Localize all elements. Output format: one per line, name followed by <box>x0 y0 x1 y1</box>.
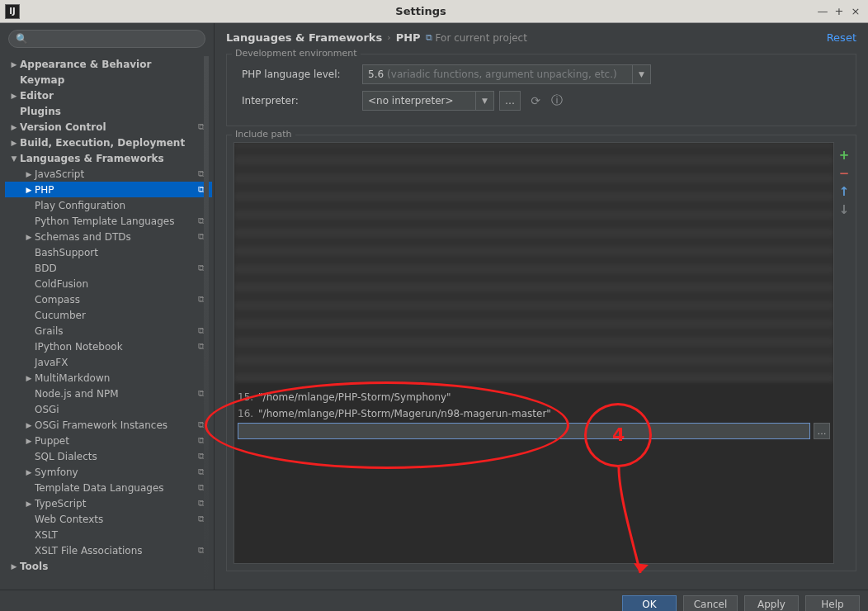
tree-item[interactable]: SQL Dialects⧉ <box>5 448 212 464</box>
tree-item[interactable]: Grails⧉ <box>5 323 212 339</box>
add-icon[interactable]: + <box>837 149 851 162</box>
apply-button[interactable]: Apply <box>744 595 799 612</box>
disclosure-icon: ▶ <box>23 500 35 508</box>
interpreter-label: Interpreter: <box>242 95 362 107</box>
tree-item-label: Cucumber <box>35 310 207 321</box>
app-icon: IJ <box>5 4 20 19</box>
row-path: "/home/mlange/PHP-Storm/Magerun/n98-mage… <box>258 408 551 419</box>
tree-item-label: Symfony <box>35 467 196 478</box>
include-path-input[interactable] <box>238 423 810 439</box>
tree-item-label: Appearance & Behavior <box>20 59 207 70</box>
include-path-row[interactable]: 16. "/home/mlange/PHP-Storm/Magerun/n98-… <box>238 405 830 422</box>
disclosure-icon: ▶ <box>23 186 35 194</box>
tree-item[interactable]: ColdFusion <box>5 276 212 291</box>
disclosure-icon: ▶ <box>8 60 20 69</box>
tree-item[interactable]: BDD⧉ <box>5 260 212 276</box>
interpreter-browse-button[interactable]: … <box>499 91 521 111</box>
tree-item[interactable]: Python Template Languages⧉ <box>5 213 212 229</box>
tree-item[interactable]: ▶PHP⧉ <box>5 182 212 197</box>
disclosure-icon: ▶ <box>23 421 35 429</box>
tree-item-label: Keymap <box>20 74 207 86</box>
tree-item[interactable]: ▼Languages & Frameworks <box>5 150 212 166</box>
include-path-list[interactable]: 15. "/home/mlange/PHP-Storm/Symphony" 16… <box>234 142 834 564</box>
php-level-select[interactable]: 5.6 (variadic functions, argument unpack… <box>362 64 633 84</box>
row-number: 16. <box>238 408 253 419</box>
tree-item-label: OSGi <box>35 404 207 415</box>
tree-item[interactable]: IPython Notebook⧉ <box>5 339 212 354</box>
minimize-icon[interactable]: — <box>817 5 828 17</box>
tree-item[interactable]: Template Data Languages⧉ <box>5 480 212 495</box>
tree-item[interactable]: ▶JavaScript⧉ <box>5 166 212 182</box>
tree-item-label: XSLT File Associations <box>35 545 196 557</box>
close-icon[interactable]: × <box>850 5 861 17</box>
search-box[interactable]: 🔍 <box>8 30 205 48</box>
tree-item-label: Grails <box>35 325 196 337</box>
tree-item[interactable]: ▶Symfony⧉ <box>5 464 212 480</box>
tree-item[interactable]: Plugins <box>5 103 212 119</box>
include-path-new-row: … <box>238 422 830 440</box>
tree-item[interactable]: Play Configuration <box>5 197 212 213</box>
tree-item-label: Python Template Languages <box>35 216 196 227</box>
splitter[interactable] <box>204 56 209 585</box>
tree-item[interactable]: JavaFX <box>5 354 212 370</box>
tree-item[interactable]: Keymap <box>5 72 212 88</box>
tree-item[interactable]: ▶Tools <box>5 558 212 574</box>
move-up-icon[interactable]: ↑ <box>837 185 851 198</box>
tree-item-label: Tools <box>20 561 207 572</box>
redacted-paths <box>234 143 833 382</box>
move-down-icon[interactable]: ↓ <box>837 203 851 216</box>
php-level-label: PHP language level: <box>242 69 362 80</box>
help-button[interactable]: Help <box>805 595 860 612</box>
tree-item[interactable]: Web Contexts⧉ <box>5 511 212 527</box>
dropdown-icon[interactable]: ▼ <box>476 91 494 111</box>
include-path-browse-button[interactable]: … <box>814 423 830 439</box>
include-path-toolbar: + − ↑ ↓ <box>834 142 852 564</box>
cancel-button[interactable]: Cancel <box>683 595 738 612</box>
reset-link[interactable]: Reset <box>827 31 856 44</box>
tree-item-label: PHP <box>35 184 196 196</box>
tree-item[interactable]: Node.js and NPM⧉ <box>5 386 212 401</box>
breadcrumb-leaf: PHP <box>396 31 421 44</box>
tree-item[interactable]: ▶Editor <box>5 88 212 103</box>
ok-button[interactable]: OK <box>622 595 677 612</box>
remove-icon[interactable]: − <box>837 167 851 180</box>
tree-item[interactable]: ▶Puppet⧉ <box>5 433 212 448</box>
disclosure-icon: ▶ <box>23 468 35 476</box>
tree-item-label: IPython Notebook <box>35 341 196 353</box>
dropdown-icon[interactable]: ▼ <box>633 64 651 84</box>
tree-item[interactable]: Compass⧉ <box>5 291 212 307</box>
tree-item[interactable]: ▶MultiMarkdown <box>5 370 212 386</box>
refresh-icon[interactable]: ⟳ <box>529 94 542 107</box>
include-path-group: Include path 15. "/home/mlange/PHP-Storm… <box>226 135 856 571</box>
tree-item-label: ColdFusion <box>35 278 207 290</box>
tree-item[interactable]: XSLT <box>5 527 212 542</box>
project-scope-icon: ⧉ <box>426 32 432 43</box>
window-title: Settings <box>25 5 817 17</box>
search-input[interactable] <box>31 33 198 45</box>
tree-item-label: MultiMarkdown <box>35 372 207 384</box>
settings-tree[interactable]: ▶Appearance & BehaviorKeymap▶EditorPlugi… <box>0 54 214 590</box>
tree-item[interactable]: ▶OSGi Framework Instances⧉ <box>5 417 212 433</box>
info-icon[interactable]: ⓘ <box>550 93 564 108</box>
interpreter-select[interactable]: <no interpreter> <box>362 91 476 111</box>
tree-item-label: Node.js and NPM <box>35 388 196 400</box>
tree-item-label: SQL Dialects <box>35 451 196 462</box>
tree-item[interactable]: ▶Build, Execution, Deployment <box>5 135 212 150</box>
breadcrumb-root[interactable]: Languages & Frameworks <box>226 31 382 44</box>
disclosure-icon: ▼ <box>8 154 20 163</box>
disclosure-icon: ▶ <box>23 374 35 382</box>
tree-item[interactable]: BashSupport <box>5 244 212 260</box>
settings-sidebar: 🔍 ▶Appearance & BehaviorKeymap▶EditorPlu… <box>0 23 215 590</box>
tree-item[interactable]: OSGi <box>5 401 212 417</box>
tree-item[interactable]: ▶Schemas and DTDs⧉ <box>5 229 212 244</box>
titlebar: IJ Settings — + × <box>0 0 868 23</box>
tree-item[interactable]: ▶Appearance & Behavior <box>5 56 212 72</box>
tree-item[interactable]: Cucumber <box>5 307 212 323</box>
include-path-row[interactable]: 15. "/home/mlange/PHP-Storm/Symphony" <box>238 389 830 405</box>
tree-item-label: XSLT <box>35 529 207 541</box>
tree-item[interactable]: ▶Version Control⧉ <box>5 119 212 135</box>
maximize-icon[interactable]: + <box>833 5 845 17</box>
tree-item[interactable]: ▶TypeScript⧉ <box>5 495 212 511</box>
tree-item-label: JavaFX <box>35 357 207 368</box>
tree-item[interactable]: XSLT File Associations⧉ <box>5 542 212 558</box>
